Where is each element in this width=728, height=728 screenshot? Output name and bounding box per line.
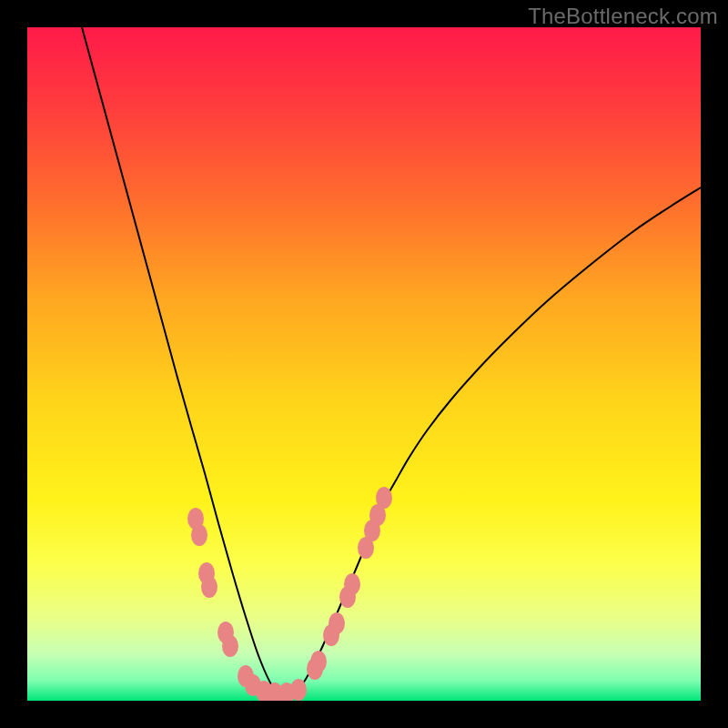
heat-gradient-background — [27, 27, 701, 701]
highlight-marker — [290, 679, 307, 701]
highlight-marker — [329, 612, 345, 634]
highlight-marker — [310, 651, 327, 672]
highlight-marker — [191, 524, 207, 546]
chart-frame: TheBottleneck.com — [0, 0, 728, 728]
highlight-marker — [344, 573, 360, 595]
highlight-marker — [222, 635, 238, 657]
watermark-text: TheBottleneck.com — [528, 4, 718, 29]
highlight-marker — [376, 487, 392, 509]
highlight-marker — [201, 576, 217, 598]
chart-svg — [27, 27, 701, 701]
plot-area — [27, 27, 701, 701]
